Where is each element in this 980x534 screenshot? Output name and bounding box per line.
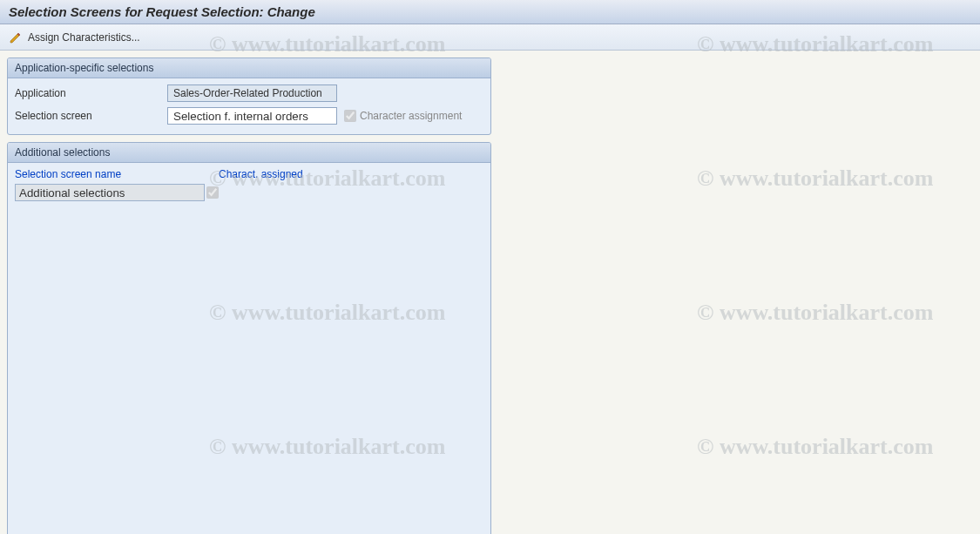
column-header-selection-screen-name: Selection screen name xyxy=(15,166,219,182)
title-bar: Selection Screens for Request Selection:… xyxy=(0,0,980,24)
column-header-charact-assigned: Charact. assigned xyxy=(219,166,323,182)
page-title: Selection Screens for Request Selection:… xyxy=(9,4,315,19)
application-label: Application xyxy=(15,87,167,99)
content-area: Application-specific selections Applicat… xyxy=(0,51,980,534)
charact-assigned-checkbox xyxy=(206,186,219,199)
toolbar: Assign Characteristics... xyxy=(0,24,980,51)
application-specific-selections-group: Application-specific selections Applicat… xyxy=(7,57,491,135)
pencil-icon[interactable] xyxy=(9,30,23,44)
selection-screen-name-input[interactable] xyxy=(15,184,205,201)
selection-screen-label: Selection screen xyxy=(15,110,167,122)
assign-characteristics-button[interactable]: Assign Characteristics... xyxy=(28,31,140,44)
character-assignment-checkbox xyxy=(344,110,356,122)
group-header: Additional selections xyxy=(8,143,490,163)
group-header: Application-specific selections xyxy=(8,58,490,78)
additional-selections-group: Additional selections Selection screen n… xyxy=(7,142,491,534)
application-field: Sales-Order-Related Production xyxy=(167,84,337,102)
charact-assigned-cell xyxy=(205,186,222,199)
character-assignment-text: Character assignment xyxy=(360,110,462,122)
selection-screen-input[interactable] xyxy=(167,107,337,125)
table-row xyxy=(15,184,483,201)
character-assignment-checkbox-label: Character assignment xyxy=(344,110,462,122)
